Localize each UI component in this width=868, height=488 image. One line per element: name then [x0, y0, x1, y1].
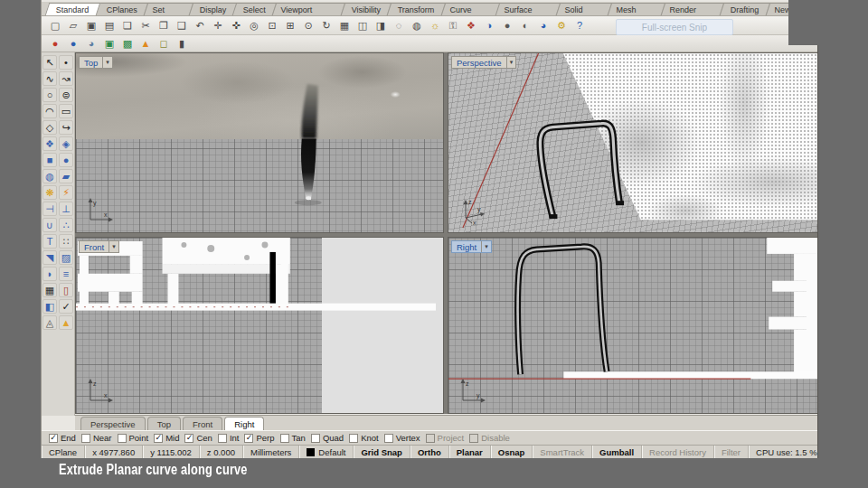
- status-segment[interactable]: x 4977.860: [85, 446, 143, 458]
- settings-icon[interactable]: ⚙: [553, 18, 570, 33]
- menu-tab[interactable]: Drafting: [720, 3, 770, 15]
- menu-tab[interactable]: CPlanes: [95, 3, 148, 15]
- render-preview-icon[interactable]: ●: [65, 36, 81, 51]
- checkbox[interactable]: [49, 434, 58, 443]
- undo-icon[interactable]: ↶: [192, 18, 208, 33]
- chevron-down-icon[interactable]: ▾: [507, 59, 516, 66]
- surface-edit-tool-icon[interactable]: ◗: [42, 267, 57, 281]
- zoom-icon[interactable]: ◎: [246, 18, 262, 33]
- viewport-tab[interactable]: Front: [183, 417, 222, 430]
- group-tool-icon[interactable]: ∴: [59, 218, 73, 232]
- curve-blend-tool-icon[interactable]: ↪: [59, 120, 73, 135]
- rotate-view-icon[interactable]: ↻: [318, 18, 335, 33]
- osnap-toggle[interactable]: Mid: [154, 433, 179, 443]
- menu-tab[interactable]: Surface Tools: [495, 3, 561, 15]
- viewport-front[interactable]: Front ▾ z x: [75, 237, 444, 414]
- light-icon[interactable]: ☼: [427, 18, 443, 33]
- ghosted-mode-icon[interactable]: ◐: [517, 18, 533, 33]
- zoom-selected-icon[interactable]: ⊙: [300, 18, 316, 33]
- viewport-right[interactable]: Right ▾ z y: [448, 237, 818, 414]
- sphere-tool-icon[interactable]: ●: [59, 153, 73, 167]
- status-segment[interactable]: Filter: [714, 446, 749, 458]
- control-curve-tool-icon[interactable]: ↝: [59, 71, 73, 86]
- safe-frame-icon[interactable]: ▩: [119, 36, 136, 51]
- paint-tool-icon[interactable]: ◧: [42, 299, 57, 314]
- copy-icon[interactable]: ❐: [156, 18, 172, 33]
- status-segment[interactable]: Osnap: [491, 446, 533, 458]
- new-file-icon[interactable]: ▢: [47, 18, 63, 33]
- menu-tab[interactable]: Render Tools: [661, 3, 725, 15]
- ruler-tool-icon[interactable]: ▯: [59, 283, 73, 297]
- hide-object-icon[interactable]: ◌: [391, 18, 407, 33]
- properties-icon[interactable]: ❏: [119, 18, 136, 33]
- status-segment[interactable]: Millimeters: [243, 446, 299, 458]
- paste-icon[interactable]: ❑: [174, 18, 190, 33]
- polyline-tool-icon[interactable]: ∿: [42, 71, 57, 86]
- plane-tool-icon[interactable]: ▰: [59, 169, 73, 183]
- viewport-tab[interactable]: Top: [147, 417, 181, 430]
- osnap-toggle[interactable]: End: [49, 433, 76, 443]
- osnap-toggle[interactable]: Cen: [184, 433, 212, 443]
- open-file-icon[interactable]: ▱: [65, 18, 81, 33]
- checkbox[interactable]: [81, 434, 90, 443]
- osnap-toggle[interactable]: Project: [426, 433, 465, 443]
- menu-tab[interactable]: Mesh Tools: [608, 3, 665, 15]
- osnap-toggle[interactable]: Knot: [349, 433, 379, 443]
- print-icon[interactable]: ▤: [101, 18, 118, 33]
- named-view-icon[interactable]: ◨: [373, 18, 389, 33]
- array-tool-icon[interactable]: ≡: [59, 267, 73, 281]
- checkbox[interactable]: [469, 434, 478, 443]
- osnap-toggle[interactable]: Tan: [280, 433, 306, 443]
- viewport-layout-icon[interactable]: ▦: [336, 18, 353, 33]
- point-tool-icon[interactable]: •: [59, 55, 73, 70]
- menu-tab[interactable]: Visibility: [340, 3, 392, 15]
- menu-tab[interactable]: Set View: [143, 3, 193, 15]
- chevron-down-icon[interactable]: ▾: [103, 59, 112, 66]
- environment-icon[interactable]: ◕: [83, 36, 99, 51]
- shaded-mode-icon[interactable]: ●: [499, 18, 515, 33]
- layer-icon[interactable]: ❖: [463, 18, 479, 33]
- menu-tab[interactable]: Standard: [45, 3, 100, 15]
- osnap-toggle[interactable]: Point: [118, 433, 149, 443]
- menu-tab[interactable]: Curve Tools: [440, 3, 500, 15]
- pyramid-tool-icon[interactable]: ▲: [59, 315, 73, 330]
- surface-corner-tool-icon[interactable]: ◈: [59, 136, 73, 151]
- menu-tab[interactable]: Display: [188, 3, 237, 15]
- osnap-toggle[interactable]: Vertex: [384, 433, 420, 443]
- color-wheel-icon[interactable]: ◑: [481, 18, 497, 33]
- checkbox[interactable]: [244, 434, 253, 443]
- checkbox[interactable]: [118, 434, 127, 443]
- select-tool-icon[interactable]: ↖: [42, 55, 57, 70]
- status-segment[interactable]: SmartTrack: [533, 446, 592, 458]
- status-segment[interactable]: y 1115.002: [143, 446, 200, 458]
- rectangle-tool-icon[interactable]: ▭: [59, 104, 73, 118]
- ground-plane-icon[interactable]: ▣: [101, 36, 118, 51]
- pan-icon[interactable]: ✛: [210, 18, 226, 33]
- viewport-top[interactable]: Top ▾ y x: [75, 52, 444, 233]
- join-tool-icon[interactable]: ∪: [42, 218, 57, 232]
- osnap-toggle[interactable]: Quad: [311, 433, 344, 443]
- trim-tool-icon[interactable]: ⊣: [42, 202, 57, 216]
- menu-tab[interactable]: Select: [232, 3, 278, 15]
- split-tool-icon[interactable]: ⊥: [59, 202, 73, 216]
- chevron-down-icon[interactable]: ▾: [482, 243, 491, 250]
- hatch-tool-icon[interactable]: ▨: [59, 250, 73, 265]
- osnap-toggle[interactable]: Disable: [469, 433, 510, 443]
- help-icon[interactable]: ?: [571, 18, 588, 33]
- viewport-title-perspective[interactable]: Perspective ▾: [451, 56, 516, 69]
- checkbox[interactable]: [218, 434, 227, 443]
- status-segment[interactable]: z 0.000: [200, 446, 243, 458]
- osnap-toggle[interactable]: Int: [218, 433, 240, 443]
- viewport-perspective[interactable]: Perspective ▾ z y x: [448, 52, 818, 233]
- viewport-tab[interactable]: Right: [224, 417, 264, 430]
- check-tool-icon[interactable]: ✓: [59, 299, 73, 314]
- box-tool-icon[interactable]: ■: [42, 153, 57, 167]
- show-object-icon[interactable]: ◍: [409, 18, 425, 33]
- status-segment[interactable]: CPlane: [42, 446, 85, 458]
- osnap-toggle[interactable]: Perp: [244, 433, 274, 443]
- menu-tab[interactable]: Solid Tools: [556, 3, 613, 15]
- circle-tool-icon[interactable]: ○: [42, 88, 57, 102]
- cut-icon[interactable]: ✂: [137, 18, 154, 33]
- status-segment[interactable]: Planar: [449, 446, 491, 458]
- checkbox[interactable]: [154, 434, 163, 443]
